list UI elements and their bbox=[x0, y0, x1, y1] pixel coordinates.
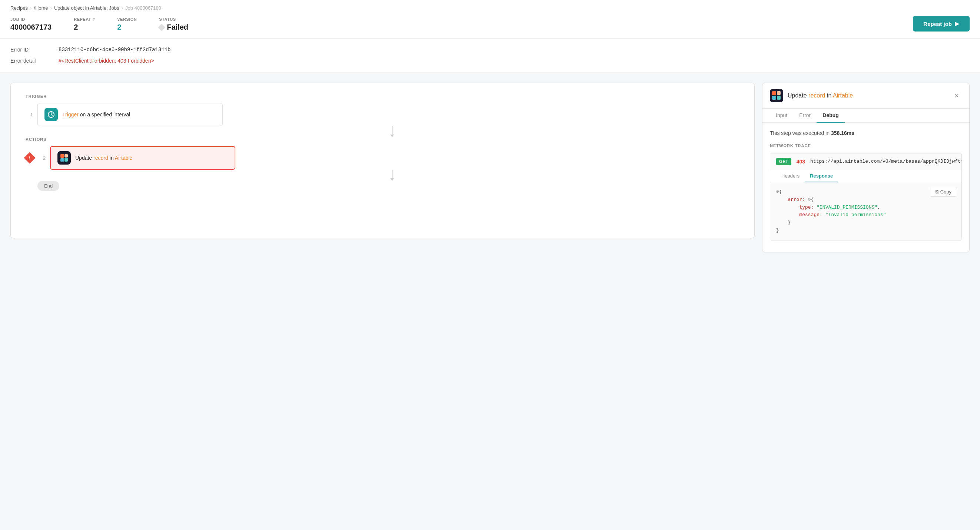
breadcrumb-recipe[interactable]: Update object in Airtable: Jobs bbox=[54, 5, 119, 11]
step-2-link: record bbox=[94, 155, 108, 161]
step-2-card[interactable]: Update record in Airtable bbox=[50, 146, 235, 170]
trace-content: Headers Response ⎘ Copy ⊖{ error: ⊖{ typ… bbox=[770, 170, 961, 240]
step-1-card[interactable]: Trigger on a specified interval bbox=[37, 103, 223, 126]
job-id-label: JOB ID bbox=[10, 17, 51, 21]
json-content: ⊖{ error: ⊖{ type: "INVALID_PERMISSIONS"… bbox=[776, 188, 956, 235]
top-header: Recipes › /Home › Update object in Airta… bbox=[0, 0, 980, 38]
repeat-icon: ▶ bbox=[955, 21, 959, 27]
network-trace-label: NETWORK TRACE bbox=[770, 143, 962, 148]
version-group: VERSION 2 bbox=[117, 17, 137, 32]
error-id-row: Error ID 83312110-c6bc-4ce0-90b9-1ff2d7a… bbox=[10, 47, 970, 53]
step-1-trigger-link: Trigger bbox=[62, 111, 79, 118]
panel-title: Update record in Airtable bbox=[788, 92, 853, 99]
panel-title-link: record bbox=[808, 92, 825, 99]
step-1-number: 1 bbox=[25, 112, 33, 118]
step-2-prefix: Update bbox=[75, 155, 94, 161]
repeat-label: REPEAT # bbox=[74, 17, 95, 21]
version-label: VERSION bbox=[117, 17, 137, 21]
breadcrumb: Recipes › /Home › Update object in Airta… bbox=[10, 5, 970, 11]
collapse-error[interactable]: ⊖ bbox=[808, 197, 811, 202]
error-section: Error ID 83312110-c6bc-4ce0-90b9-1ff2d7a… bbox=[0, 38, 980, 72]
error-badge-icon: ! bbox=[24, 152, 35, 164]
step-2-text: Update record in Airtable bbox=[75, 155, 132, 161]
svg-rect-4 bbox=[60, 158, 64, 162]
connector-2 bbox=[45, 170, 740, 181]
trace-header[interactable]: GET 403 https://api.airtable.com/v0/meta… bbox=[770, 153, 961, 170]
collapse-root[interactable]: ⊖ bbox=[776, 189, 779, 194]
trigger-icon bbox=[45, 108, 58, 121]
job-id-group: JOB ID 4000067173 bbox=[10, 17, 51, 32]
copy-button[interactable]: ⎘ Copy bbox=[930, 187, 957, 197]
end-node-wrapper: End bbox=[37, 181, 740, 191]
svg-rect-3 bbox=[65, 158, 68, 162]
tab-debug[interactable]: Debug bbox=[816, 108, 845, 123]
execution-time: This step was executed in 358.16ms bbox=[770, 130, 962, 136]
breadcrumb-sep-1: › bbox=[30, 5, 32, 11]
trace-tab-headers[interactable]: Headers bbox=[776, 170, 805, 182]
breadcrumb-recipes[interactable]: Recipes bbox=[10, 5, 28, 11]
svg-rect-5 bbox=[772, 91, 776, 95]
panel-header: Update record in Airtable × bbox=[762, 83, 969, 108]
repeat-value: 2 bbox=[74, 23, 95, 32]
step-1-text: Trigger on a specified interval bbox=[62, 111, 130, 118]
step-1-suffix: on a specified interval bbox=[79, 111, 130, 118]
status-text: Failed bbox=[167, 23, 188, 32]
breadcrumb-home[interactable]: /Home bbox=[34, 5, 48, 11]
step-2-number: 2 bbox=[38, 155, 46, 161]
trace-url: https://api.airtable.com/v0/meta/bases/a… bbox=[810, 158, 962, 165]
error-detail-row: Error detail #<RestClient::Forbidden: 40… bbox=[10, 58, 970, 64]
trace-status-code: 403 bbox=[797, 159, 805, 165]
error-detail-label: Error detail bbox=[10, 58, 44, 64]
panel-title-prefix: Update bbox=[788, 92, 808, 99]
svg-rect-7 bbox=[777, 95, 781, 100]
panel-tabs: Input Error Debug bbox=[762, 108, 969, 123]
step-2-app: Airtable bbox=[115, 155, 132, 161]
breadcrumb-current: Job 4000067180 bbox=[125, 5, 161, 11]
trigger-label: TRIGGER bbox=[25, 94, 740, 99]
status-label: STATUS bbox=[159, 17, 188, 21]
trace-tabs: Headers Response bbox=[770, 170, 961, 182]
method-badge: GET bbox=[776, 158, 791, 165]
execution-time-value: 358.16ms bbox=[831, 130, 854, 136]
error-id-label: Error ID bbox=[10, 47, 44, 53]
tab-input[interactable]: Input bbox=[770, 108, 793, 123]
svg-rect-1 bbox=[60, 154, 64, 158]
breadcrumb-sep-3: › bbox=[122, 5, 123, 11]
status-diamond-icon bbox=[158, 24, 165, 31]
step-2-row: ! 2 Update record in Airtable bbox=[25, 146, 740, 170]
panel-body: This step was executed in 358.16ms NETWO… bbox=[762, 123, 969, 252]
trace-tab-response[interactable]: Response bbox=[805, 170, 838, 182]
repeat-job-button[interactable]: Repeat job ▶ bbox=[913, 16, 970, 32]
actions-label: ACTIONS bbox=[25, 137, 740, 142]
job-meta: JOB ID 4000067173 REPEAT # 2 VERSION 2 S… bbox=[10, 16, 970, 38]
copy-icon: ⎘ bbox=[935, 189, 939, 194]
trace-item: GET 403 https://api.airtable.com/v0/meta… bbox=[770, 153, 962, 241]
connector-1 bbox=[45, 126, 740, 137]
panel-app-icon bbox=[770, 89, 783, 102]
execution-text: This step was executed in bbox=[770, 130, 831, 136]
repeat-group: REPEAT # 2 bbox=[74, 17, 95, 32]
svg-rect-2 bbox=[65, 154, 68, 158]
step-2-middle: in bbox=[108, 155, 115, 161]
side-panel: Update record in Airtable × Input Error … bbox=[762, 83, 970, 252]
end-node: End bbox=[37, 181, 59, 191]
panel-title-area: Update record in Airtable bbox=[770, 89, 853, 102]
error-detail-link[interactable]: #<RestClient::Forbidden: 403 Forbidden> bbox=[59, 58, 154, 64]
step-1-row: 1 Trigger on a specified interval bbox=[25, 103, 740, 126]
trace-body: ⎘ Copy ⊖{ error: ⊖{ type: "INVALID_PERMI… bbox=[770, 182, 961, 240]
version-value: 2 bbox=[117, 23, 137, 32]
repeat-job-label: Repeat job bbox=[923, 21, 952, 27]
svg-rect-6 bbox=[777, 91, 781, 95]
breadcrumb-sep-2: › bbox=[51, 5, 52, 11]
panel-title-app: Airtable bbox=[833, 92, 853, 99]
tab-error[interactable]: Error bbox=[793, 108, 816, 123]
error-id-value: 83312110-c6bc-4ce0-90b9-1ff2d7a1311b bbox=[59, 47, 170, 53]
status-group: STATUS Failed bbox=[159, 17, 188, 32]
copy-label: Copy bbox=[940, 189, 951, 194]
panel-title-middle: in bbox=[825, 92, 832, 99]
status-value: Failed bbox=[159, 23, 188, 32]
workflow-canvas: TRIGGER 1 Trigger on a specified interva… bbox=[10, 83, 755, 238]
close-button[interactable]: × bbox=[951, 90, 962, 102]
job-id-value: 4000067173 bbox=[10, 23, 51, 32]
airtable-icon bbox=[57, 151, 71, 165]
